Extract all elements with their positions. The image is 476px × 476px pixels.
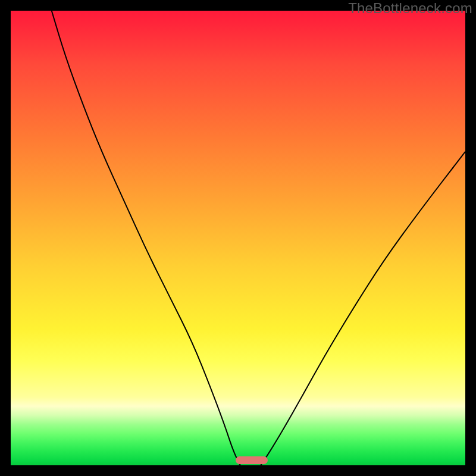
bottleneck-curve — [11, 11, 465, 465]
dip-marker — [236, 456, 267, 464]
chart-plot-area — [11, 11, 465, 465]
curve-left-branch — [52, 11, 240, 465]
chart-frame: TheBottleneck.com — [0, 0, 476, 476]
curve-right-branch — [261, 152, 465, 465]
watermark-text: TheBottleneck.com — [348, 0, 472, 17]
